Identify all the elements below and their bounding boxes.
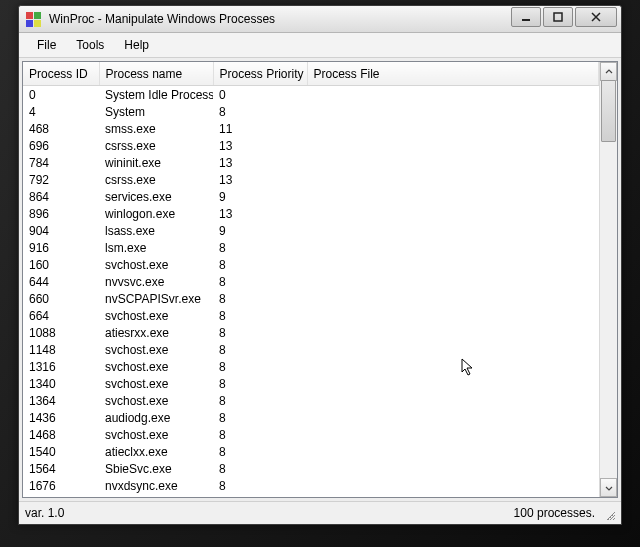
scroll-thumb[interactable]: [601, 80, 616, 142]
cell-pri: 8: [213, 341, 307, 358]
cell-name: atiesrxx.exe: [99, 324, 213, 341]
titlebar[interactable]: WinProc - Manipulate Windows Processes: [19, 6, 621, 33]
table-row[interactable]: 1148svchost.exe8: [23, 341, 599, 358]
cell-pri: 8: [213, 443, 307, 460]
table-row[interactable]: 896winlogon.exe13: [23, 205, 599, 222]
column-header-priority[interactable]: Process Priority: [213, 62, 307, 86]
process-list[interactable]: Process ID Process name Process Priority…: [23, 62, 599, 497]
cell-file: [307, 171, 599, 188]
content-area: Process ID Process name Process Priority…: [22, 61, 618, 498]
cell-pri: 8: [213, 375, 307, 392]
cell-file: [307, 137, 599, 154]
table-row[interactable]: 1316svchost.exe8: [23, 358, 599, 375]
cell-name: lsass.exe: [99, 222, 213, 239]
scroll-up-button[interactable]: [600, 62, 617, 81]
window-title: WinProc - Manipulate Windows Processes: [47, 12, 511, 26]
cell-file: [307, 477, 599, 494]
cell-id: 904: [23, 222, 99, 239]
cell-file: [307, 392, 599, 409]
table-row[interactable]: 1340svchost.exe8: [23, 375, 599, 392]
cell-pri: 8: [213, 477, 307, 494]
cell-pri: 8: [213, 256, 307, 273]
cell-pri: 13: [213, 205, 307, 222]
column-header-id[interactable]: Process ID: [23, 62, 99, 86]
cell-pri: 8: [213, 307, 307, 324]
table-row[interactable]: 696csrss.exe13: [23, 137, 599, 154]
column-header-row: Process ID Process name Process Priority…: [23, 62, 599, 86]
cell-name: SbieSvc.exe: [99, 460, 213, 477]
cell-file: [307, 358, 599, 375]
cell-id: 1436: [23, 409, 99, 426]
table-row[interactable]: 644nvvsvc.exe8: [23, 273, 599, 290]
table-row[interactable]: 4System8: [23, 103, 599, 120]
table-row[interactable]: 660nvSCPAPISvr.exe8: [23, 290, 599, 307]
cell-pri: 8: [213, 392, 307, 409]
cell-file: [307, 307, 599, 324]
table-row[interactable]: 1468svchost.exe8: [23, 426, 599, 443]
vertical-scrollbar[interactable]: [599, 62, 617, 497]
table-row[interactable]: 792csrss.exe13: [23, 171, 599, 188]
cell-pri: 11: [213, 120, 307, 137]
table-row[interactable]: 1676nvxdsync.exe8: [23, 477, 599, 494]
svg-rect-0: [522, 19, 530, 21]
cell-file: [307, 443, 599, 460]
cell-pri: 8: [213, 324, 307, 341]
table-row[interactable]: 468smss.exe11: [23, 120, 599, 137]
table-row[interactable]: 904lsass.exe9: [23, 222, 599, 239]
cell-file: [307, 256, 599, 273]
minimize-button[interactable]: [511, 7, 541, 27]
cell-name: svchost.exe: [99, 307, 213, 324]
cell-id: 916: [23, 239, 99, 256]
menu-help[interactable]: Help: [114, 35, 159, 55]
resize-grip[interactable]: [601, 506, 615, 520]
cell-pri: 9: [213, 222, 307, 239]
table-row[interactable]: 160svchost.exe8: [23, 256, 599, 273]
table-row[interactable]: 1364svchost.exe8: [23, 392, 599, 409]
cell-id: 1364: [23, 392, 99, 409]
cell-id: 864: [23, 188, 99, 205]
status-version: var. 1.0: [25, 506, 64, 520]
menu-file[interactable]: File: [27, 35, 66, 55]
cell-id: 1088: [23, 324, 99, 341]
cell-file: [307, 409, 599, 426]
cell-file: [307, 103, 599, 120]
status-process-count: 100 processes.: [514, 506, 595, 520]
cell-pri: 8: [213, 358, 307, 375]
cell-pri: 8: [213, 426, 307, 443]
maximize-button[interactable]: [543, 7, 573, 27]
table-row[interactable]: 864services.exe9: [23, 188, 599, 205]
cell-file: [307, 188, 599, 205]
table-row[interactable]: 1564SbieSvc.exe8: [23, 460, 599, 477]
table-row[interactable]: 1540atieclxx.exe8: [23, 443, 599, 460]
cell-pri: 8: [213, 409, 307, 426]
cell-pri: 13: [213, 154, 307, 171]
cell-name: smss.exe: [99, 120, 213, 137]
cell-id: 644: [23, 273, 99, 290]
cell-id: 896: [23, 205, 99, 222]
table-row[interactable]: 1436audiodg.exe8: [23, 409, 599, 426]
cell-pri: 8: [213, 239, 307, 256]
cell-pri: 13: [213, 171, 307, 188]
table-row[interactable]: 1088atiesrxx.exe8: [23, 324, 599, 341]
column-header-name[interactable]: Process name: [99, 62, 213, 86]
table-row[interactable]: 0System Idle Process0: [23, 86, 599, 104]
main-window: WinProc - Manipulate Windows Processes F…: [18, 5, 622, 525]
scroll-down-button[interactable]: [600, 478, 617, 497]
cell-file: [307, 154, 599, 171]
cell-file: [307, 290, 599, 307]
table-row[interactable]: 664svchost.exe8: [23, 307, 599, 324]
cell-name: audiodg.exe: [99, 409, 213, 426]
close-button[interactable]: [575, 7, 617, 27]
table-row[interactable]: 784wininit.exe13: [23, 154, 599, 171]
cell-id: 660: [23, 290, 99, 307]
cell-file: [307, 324, 599, 341]
cell-name: lsm.exe: [99, 239, 213, 256]
cell-name: svchost.exe: [99, 256, 213, 273]
cell-id: 160: [23, 256, 99, 273]
maximize-icon: [553, 12, 563, 22]
cell-name: services.exe: [99, 188, 213, 205]
cell-file: [307, 341, 599, 358]
menu-tools[interactable]: Tools: [66, 35, 114, 55]
table-row[interactable]: 916lsm.exe8: [23, 239, 599, 256]
column-header-file[interactable]: Process File: [307, 62, 599, 86]
